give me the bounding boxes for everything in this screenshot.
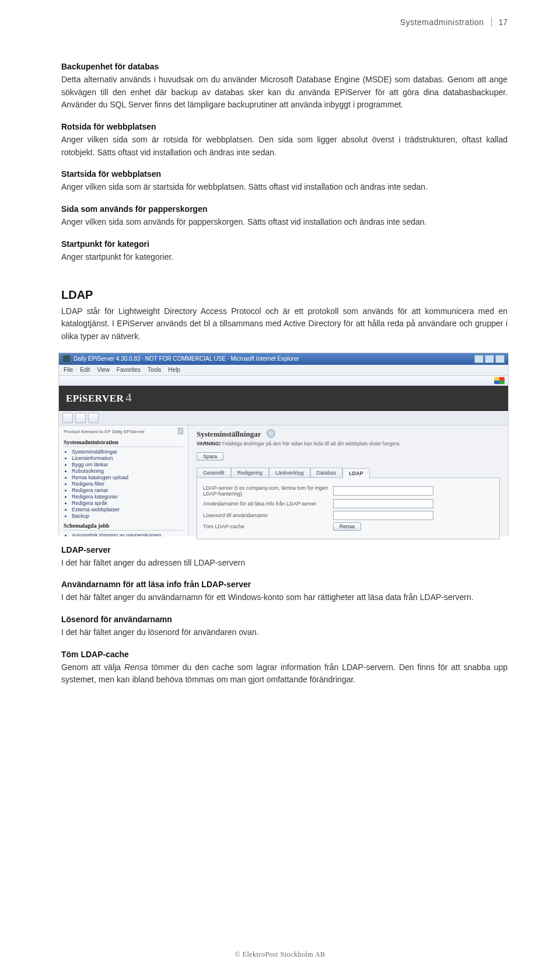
- menu-file[interactable]: File: [64, 367, 73, 373]
- para-rootpage: Anger vilken sida som är rotsida för web…: [61, 134, 508, 159]
- tab-ldap[interactable]: LDAP: [342, 468, 370, 478]
- input-ldap-user[interactable]: [333, 499, 433, 508]
- toolbar-icon[interactable]: [75, 413, 86, 423]
- heading-category: Startpunkt för kategori: [61, 239, 508, 249]
- label-ldap-user: Användarnamn för att läsa info från LDAP…: [203, 501, 328, 507]
- tab-content-ldap: LDAP-server (t ex company.com, lämna tom…: [197, 477, 500, 539]
- tab-generellt[interactable]: Generellt: [197, 468, 231, 477]
- heading-rootpage: Rotsida för webbplatsen: [61, 122, 508, 131]
- heading-ldap-server: LDAP-server: [61, 545, 508, 554]
- toolbar-icon[interactable]: [88, 413, 99, 423]
- admin-toolbar: [59, 411, 508, 426]
- window-title: Daily EPiServer 4.30.0.83 · NOT FOR COMM…: [74, 355, 299, 362]
- header-separator: [491, 18, 492, 27]
- para-ldap-intro: LDAP står för Lightweight Directory Acce…: [61, 305, 508, 343]
- sidebar-item[interactable]: Robotsökning: [72, 468, 183, 474]
- sidebar-item[interactable]: Bygg om länkar: [72, 462, 183, 468]
- sidebar-item[interactable]: Automatisk tömning av papperskorgen: [72, 532, 183, 536]
- sidebar-item[interactable]: Systeminställningar: [72, 449, 183, 455]
- menu-edit[interactable]: Edit: [80, 367, 90, 373]
- para-startpage: Anger vilken sida som är startsida för w…: [61, 181, 508, 194]
- sidebar-item[interactable]: Redigera kategorier: [72, 494, 183, 500]
- maximize-icon[interactable]: [485, 355, 494, 363]
- help-icon[interactable]: [267, 429, 275, 438]
- tab-databas[interactable]: Databas: [310, 468, 343, 477]
- page-title: Systeminställningar: [197, 430, 261, 438]
- menu-view[interactable]: View: [97, 367, 110, 373]
- sidebar-item[interactable]: Externa webbplatser: [72, 507, 183, 512]
- save-button[interactable]: Spara: [197, 452, 223, 461]
- page-header: Systemadministration 17: [400, 18, 508, 27]
- minimize-icon[interactable]: [474, 355, 484, 363]
- chapter-label: Systemadministration: [400, 18, 484, 27]
- sidebar-list-jobs: Automatisk tömning av papperskorgen Arki…: [64, 532, 183, 536]
- toolbar-icon[interactable]: [62, 413, 73, 423]
- input-ldap-server[interactable]: [333, 486, 433, 496]
- heading-ldap-password: Lösenord för användarnamn: [61, 615, 508, 624]
- para-ldap-username: I det här fältet anger du användarnamn f…: [61, 591, 508, 604]
- settings-tabs: Generellt Redigering Länkverktyg Databas…: [197, 468, 500, 477]
- ie-icon: [62, 355, 71, 363]
- menu-favorites[interactable]: Favorites: [117, 367, 141, 373]
- heading-ldap-username: Användarnamn för att läsa info från LDAP…: [61, 580, 508, 589]
- para-category: Anger startpunkt för kategorier.: [61, 251, 508, 264]
- para-ldap-cache: Genom att välja Rensa tömmer du den cach…: [61, 661, 508, 686]
- browser-menubar: File Edit View Favorites Tools Help: [59, 365, 508, 376]
- heading-backup: Backupenhet för databas: [61, 62, 508, 71]
- windows-flag-icon: [494, 377, 505, 384]
- label-ldap-clear-cache: Töm LDAP-cache: [203, 524, 328, 529]
- para-trashpage: Anger vilken sida som används för papper…: [61, 216, 508, 229]
- para-backup: Detta alternativ används i huvudsak om d…: [61, 74, 508, 111]
- heading-ldap: LDAP: [61, 288, 508, 302]
- sidebar-scroll-up[interactable]: [178, 428, 183, 434]
- menu-tools[interactable]: Tools: [148, 367, 161, 373]
- sidebar-heading-jobs: Schemalagda jobb: [64, 522, 183, 531]
- window-buttons: [474, 355, 505, 363]
- page-number: 17: [498, 18, 508, 27]
- sidebar-item[interactable]: Redigera filter: [72, 481, 183, 487]
- browser-throbber-bar: [59, 376, 508, 386]
- para-ldap-server: I det här fältet anger du adressen till …: [61, 557, 508, 570]
- page-footer: © ElektroPost Stockholm AB: [0, 950, 560, 959]
- sidebar-item[interactable]: Rensa katalogen upload: [72, 475, 183, 480]
- heading-trashpage: Sida som används för papperskorgen: [61, 204, 508, 214]
- admin-sidebar: Product licensed to EP Daily EPiServer S…: [59, 426, 188, 536]
- window-titlebar: Daily EPiServer 4.30.0.83 · NOT FOR COMM…: [59, 353, 508, 365]
- label-ldap-password: Lösenord till användarnamn: [203, 512, 328, 518]
- close-icon[interactable]: [495, 355, 505, 363]
- tab-lankverktyg[interactable]: Länkverktyg: [269, 468, 310, 477]
- episerver-brandbar: EPiSERVER4: [59, 386, 508, 411]
- tab-redigering[interactable]: Redigering: [231, 468, 270, 477]
- sidebar-heading-admin: Systemadministration: [64, 439, 183, 447]
- license-label: Product licensed to EP Daily EPiServer: [64, 429, 183, 434]
- heading-startpage: Startsida för webbplatsen: [61, 169, 508, 179]
- clear-cache-button[interactable]: Rensa: [333, 522, 361, 531]
- para-ldap-password: I det här fältet anger du lösenord för a…: [61, 626, 508, 639]
- sidebar-item[interactable]: Licensinformation: [72, 455, 183, 461]
- input-ldap-password[interactable]: [333, 511, 433, 520]
- sidebar-list-admin: Systeminställningar Licensinformation By…: [64, 449, 183, 519]
- label-ldap-server: LDAP-server (t ex company.com, lämna tom…: [203, 485, 328, 497]
- warning-text: VARNING! Felaktiga ändringar på den här …: [197, 441, 500, 447]
- admin-main: Systeminställningar VARNING! Felaktiga ä…: [188, 426, 508, 536]
- sidebar-item[interactable]: Backup: [72, 513, 183, 519]
- sidebar-item[interactable]: Redigera språk: [72, 500, 183, 506]
- heading-ldap-cache: Töm LDAP-cache: [61, 650, 508, 659]
- screenshot-ldap-settings: Daily EPiServer 4.30.0.83 · NOT FOR COMM…: [58, 353, 509, 535]
- episerver-logo: EPiSERVER4: [66, 392, 132, 404]
- menu-help[interactable]: Help: [168, 367, 180, 373]
- sidebar-item[interactable]: Redigera ramar: [72, 487, 183, 493]
